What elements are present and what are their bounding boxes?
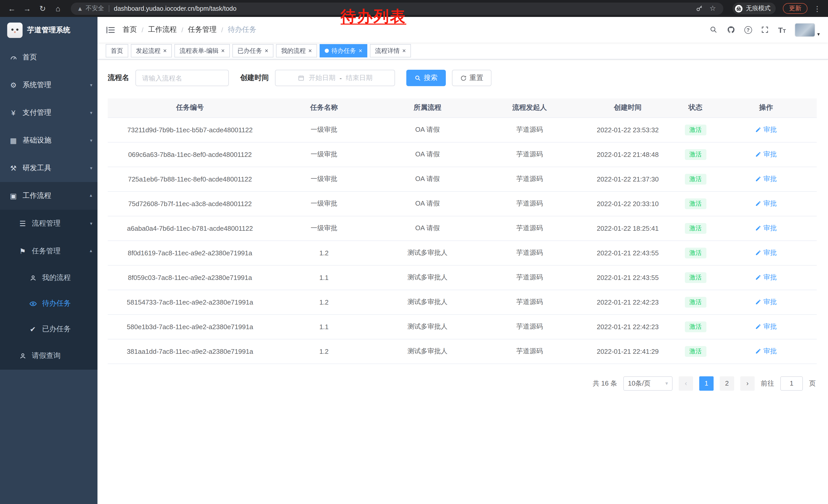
fullscreen-icon[interactable] <box>760 26 769 34</box>
status-badge: 激活 <box>685 223 706 234</box>
table-row: 8f059c03-7ac8-11ec-a9e2-a2380e71991a 1.1… <box>108 265 817 290</box>
approve-link[interactable]: 审批 <box>755 322 777 331</box>
table-header-cell: 状态 <box>676 98 715 118</box>
approve-link[interactable]: 审批 <box>755 297 777 307</box>
breadcrumb-task-management[interactable]: 任务管理 <box>188 25 217 34</box>
page-button-2[interactable]: 2 <box>720 376 734 391</box>
process-name-input[interactable] <box>135 70 229 86</box>
sidebar-item-todo-tasks[interactable]: 待办任务 <box>0 291 97 316</box>
sidebar-item-infrastructure[interactable]: ▦ 基础设施 ▾ <box>0 127 97 154</box>
sidebar-item-leave-query[interactable]: 请假查询 <box>0 342 97 370</box>
sidebar-item-workflow[interactable]: ▣ 工作流程 ▾ <box>0 182 97 210</box>
active-dot <box>325 49 329 53</box>
close-icon[interactable]: × <box>308 48 312 54</box>
cell-task-id: 381aa1dd-7ac8-11ec-a9e2-a2380e71991a <box>108 339 272 364</box>
tab-form-edit[interactable]: 流程表单-编辑× <box>174 44 230 57</box>
close-icon[interactable]: × <box>402 48 406 54</box>
tab-start-process[interactable]: 发起流程× <box>131 44 172 57</box>
approve-link[interactable]: 审批 <box>755 248 777 258</box>
cell-create-time: 2022-01-22 18:25:41 <box>580 216 676 240</box>
sidebar-item-payment[interactable]: ¥ 支付管理 ▾ <box>0 99 97 127</box>
cell-task-id: 75d72608-7b7f-11ec-a3c8-acde48001122 <box>108 191 272 216</box>
key-icon[interactable] <box>696 5 703 12</box>
app-title: 芋道管理系统 <box>27 26 70 35</box>
calendar-icon <box>297 74 305 82</box>
approve-link[interactable]: 审批 <box>755 174 777 184</box>
github-icon[interactable] <box>727 26 735 34</box>
sidebar-item-system[interactable]: ⚙ 系统管理 ▾ <box>0 71 97 99</box>
approve-link[interactable]: 审批 <box>755 125 777 134</box>
cell-status: 激活 <box>676 290 715 314</box>
sidebar-item-my-process[interactable]: 我的流程 <box>0 265 97 291</box>
reload-button[interactable]: ↻ <box>36 2 49 15</box>
cell-create-time: 2022-01-21 22:43:55 <box>580 240 676 265</box>
status-badge: 激活 <box>685 247 706 258</box>
page-unit-label: 页 <box>809 379 816 388</box>
tab-done-tasks[interactable]: 已办任务× <box>233 44 274 57</box>
back-button[interactable]: ← <box>5 2 18 15</box>
cell-action: 审批 <box>715 142 817 167</box>
page-content: 流程名 创建时间 开始日期 - 结束日期 搜索 重 <box>97 59 828 504</box>
sidebar-item-devtools[interactable]: ⚒ 研发工具 ▾ <box>0 154 97 182</box>
browser-menu-icon[interactable]: ⋮ <box>812 4 823 12</box>
font-size-icon[interactable]: TT <box>778 26 786 34</box>
close-icon[interactable]: × <box>163 48 167 54</box>
close-icon[interactable]: × <box>359 48 362 54</box>
update-button[interactable]: 更新 <box>783 3 808 14</box>
approve-link[interactable]: 审批 <box>755 224 777 233</box>
cell-status: 激活 <box>676 314 715 339</box>
task-flag-icon: ⚑ <box>18 247 27 255</box>
user-menu[interactable]: ▾ <box>795 23 820 37</box>
page-size-select[interactable]: 10条/页 ▾ <box>623 376 672 391</box>
tab-todo-tasks[interactable]: 待办任务× <box>320 44 367 57</box>
cell-create-time: 2022-01-21 22:42:23 <box>580 314 676 339</box>
sidebar-item-process-management[interactable]: ☰ 流程管理 ▾ <box>0 210 97 237</box>
reset-button[interactable]: 重置 <box>452 70 492 86</box>
next-page-button[interactable]: › <box>740 376 755 391</box>
approve-link[interactable]: 审批 <box>755 150 777 159</box>
chevron-up-icon: ▾ <box>90 249 92 254</box>
approve-link[interactable]: 审批 <box>755 199 777 208</box>
sidebar-item-task-management[interactable]: ⚑ 任务管理 ▾ <box>0 237 97 265</box>
cell-action: 审批 <box>715 314 817 339</box>
breadcrumb-workflow[interactable]: 工作流程 <box>148 25 177 34</box>
cell-create-time: 2022-01-22 21:37:30 <box>580 167 676 191</box>
sidebar-toggle-icon[interactable] <box>106 25 115 35</box>
approve-link[interactable]: 审批 <box>755 347 777 356</box>
tab-home[interactable]: 首页 <box>106 44 128 57</box>
chevron-down-icon: ▾ <box>90 166 92 171</box>
home-button[interactable]: ⌂ <box>51 2 65 15</box>
sidebar-item-home[interactable]: 首页 <box>0 44 97 71</box>
security-label[interactable]: 不安全 <box>86 4 104 13</box>
forward-button[interactable]: → <box>20 2 34 15</box>
chevron-down-icon: ▾ <box>90 138 92 143</box>
cell-action: 审批 <box>715 167 817 191</box>
search-icon[interactable] <box>709 26 718 34</box>
status-badge: 激活 <box>685 124 706 135</box>
search-button[interactable]: 搜索 <box>406 70 446 86</box>
cell-create-time: 2022-01-22 20:33:10 <box>580 191 676 216</box>
cell-process: OA 请假 <box>376 216 480 240</box>
workflow-submenu: ☰ 流程管理 ▾ ⚑ 任务管理 ▾ 我的流程 待办任务 <box>0 210 97 370</box>
cell-task-name: 一级审批 <box>272 167 376 191</box>
prev-page-button[interactable]: ‹ <box>679 376 693 391</box>
cell-initiator: 芋道源码 <box>479 118 580 142</box>
sidebar-item-done-tasks[interactable]: ✔ 已办任务 <box>0 316 97 342</box>
app-logo[interactable]: 芋道管理系统 <box>0 17 97 44</box>
help-icon[interactable]: ? <box>744 26 752 34</box>
breadcrumb-home[interactable]: 首页 <box>123 25 137 34</box>
goto-page-input[interactable] <box>780 376 803 391</box>
close-icon[interactable]: × <box>265 48 268 54</box>
url-text[interactable]: dashboard.yudao.iocoder.cn/bpm/task/todo <box>114 5 237 12</box>
page-button-1[interactable]: 1 <box>699 376 714 391</box>
tab-my-process[interactable]: 我的流程× <box>276 44 317 57</box>
cell-action: 审批 <box>715 339 817 364</box>
status-badge: 激活 <box>685 272 706 283</box>
close-icon[interactable]: × <box>221 48 225 54</box>
tab-process-detail[interactable]: 流程详情× <box>370 44 411 57</box>
bookmark-star-icon[interactable]: ☆ <box>709 5 717 12</box>
avatar[interactable] <box>795 23 815 37</box>
date-range-picker[interactable]: 开始日期 - 结束日期 <box>275 70 395 86</box>
approve-link[interactable]: 审批 <box>755 273 777 282</box>
refresh-icon <box>460 75 467 81</box>
